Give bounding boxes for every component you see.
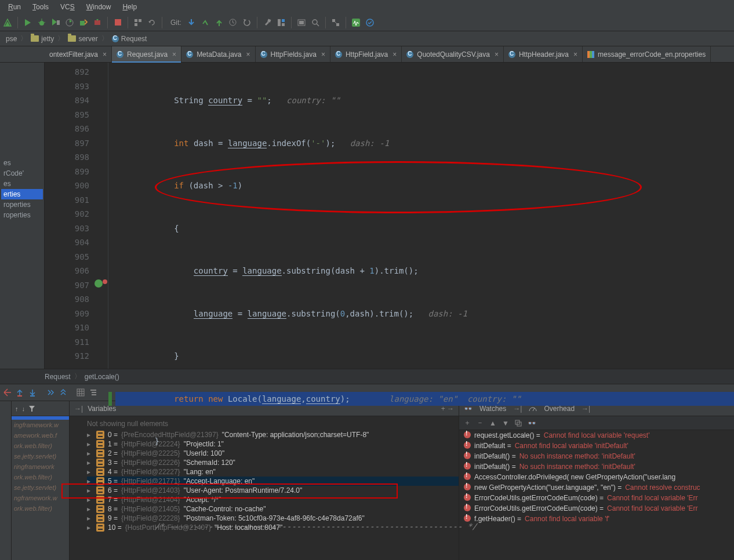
hotswap-icon[interactable] [92, 17, 103, 28]
frames-panel[interactable]: ↑ ↓ ingframework.w amework.web.f ork.web… [12, 401, 70, 560]
tab[interactable]: HttpField.java× [330, 46, 402, 62]
crumb-item[interactable]: server [66, 35, 100, 43]
step-over-icon[interactable] [16, 388, 24, 397]
tool-strip[interactable] [0, 401, 12, 560]
git-push-icon[interactable] [214, 17, 224, 28]
frame-item[interactable]: ork.web.filter) [12, 441, 69, 451]
debug-icon[interactable] [37, 17, 47, 28]
pulse-icon[interactable] [351, 17, 361, 28]
var-row[interactable]: ▸8 = {HttpField@21405} "Cache-Control: n… [87, 504, 459, 514]
var-row[interactable]: ▸7 = {HttpField@21404} "Accept: */*" [87, 495, 459, 504]
sdk-icon[interactable] [296, 17, 307, 28]
git-revert-icon[interactable] [242, 17, 252, 28]
crumb-item[interactable]: Request [110, 35, 150, 43]
coverage-icon[interactable] [50, 17, 61, 28]
frame-item[interactable]: ngframework.w [12, 493, 69, 503]
close-icon[interactable]: × [320, 50, 325, 59]
var-row[interactable]: ▸1 = {HttpField@22224} "ProjectId: 1" [87, 439, 459, 449]
check-icon[interactable] [365, 17, 375, 28]
sidebar-item[interactable]: es [1, 158, 43, 168]
var-row[interactable]: ▸6 = {HttpField@21403} "User-Agent: Post… [87, 486, 459, 495]
code-editor[interactable]: 892 893 894 895 896 897 898 899 900 901 … [45, 63, 734, 369]
override-gutter-icon[interactable] [103, 279, 107, 284]
menu-help[interactable]: Help [117, 3, 143, 11]
crumb-item[interactable]: jetty [28, 35, 56, 43]
close-icon[interactable]: × [493, 50, 499, 59]
vars-message: Not showing null elements [87, 419, 459, 430]
menu-tools[interactable]: Tools [27, 3, 54, 11]
next-frame-icon[interactable]: ↓ [22, 405, 26, 412]
menu-vcs[interactable]: VCS [54, 3, 81, 11]
close-icon[interactable]: × [391, 50, 397, 59]
error-icon [464, 515, 471, 522]
prev-frame-icon[interactable]: ↑ [15, 405, 19, 412]
sidebar-item[interactable]: roperties [1, 199, 43, 210]
tab[interactable]: MetaData.java× [181, 46, 255, 62]
sidebar-item[interactable]: roperties [1, 210, 43, 220]
error-icon [464, 504, 471, 511]
var-row[interactable]: ▸2 = {HttpField@22225} "UserId: 100" [87, 449, 459, 458]
project-sidebar[interactable]: es rCode' es erties roperties roperties [0, 63, 45, 369]
sidebar-item[interactable]: rCode' [1, 168, 43, 179]
var-row[interactable]: ▸3 = {HttpField@22226} "SchemaId: 120" [87, 458, 459, 467]
var-row[interactable]: ▸4 = {HttpField@22227} "Lang: en" [87, 467, 459, 477]
attach-icon[interactable] [78, 17, 89, 28]
settings-icon[interactable] [262, 17, 272, 28]
crumb-item[interactable]: Request [45, 373, 71, 381]
svg-rect-28 [77, 389, 84, 396]
tab[interactable]: ontextFilter.java× [45, 46, 112, 62]
frame-item[interactable]: ork.web.filter) [12, 472, 69, 482]
ant-icon[interactable] [330, 17, 341, 28]
close-icon[interactable]: × [101, 50, 107, 59]
frame-item[interactable]: ringframework [12, 461, 69, 472]
build-icon[interactable] [2, 17, 13, 28]
frame-item[interactable]: amework.web.f [12, 430, 69, 441]
crumb-item[interactable]: pse [3, 35, 19, 43]
close-icon[interactable]: × [245, 50, 250, 59]
git-pull-icon[interactable] [186, 17, 197, 28]
frame-item[interactable]: se.jetty.servlet) [12, 482, 69, 493]
frame-item[interactable]: ork.web.filter) [12, 503, 69, 514]
run-icon[interactable] [23, 17, 33, 28]
rerun-icon[interactable] [147, 17, 157, 28]
step-into-icon[interactable] [29, 388, 37, 397]
tab[interactable]: HttpHeader.java× [504, 46, 583, 62]
var-row[interactable]: ▸5 = {HttpField@21771} "Accept-Language:… [87, 477, 459, 486]
project-structure-icon[interactable] [276, 17, 286, 28]
frame-item[interactable]: ingframework.w [12, 420, 69, 430]
svg-rect-18 [299, 21, 304, 24]
force-step-icon[interactable] [46, 388, 54, 397]
profile-icon[interactable] [64, 17, 75, 28]
git-history-icon[interactable] [228, 17, 238, 28]
eval-tree-icon[interactable] [89, 388, 97, 397]
tab[interactable]: Request.java× [112, 46, 181, 62]
menu-bar: RRunun Tools VCS Window Help [0, 0, 734, 14]
code-area[interactable]: String country = ""; country: "" int das… [108, 63, 734, 369]
svg-rect-6 [80, 21, 85, 26]
git-commit-icon[interactable] [200, 17, 210, 28]
close-icon[interactable]: × [572, 50, 577, 59]
override-gutter-icon[interactable] [95, 279, 103, 288]
step-out-icon[interactable] [59, 388, 67, 397]
sidebar-item[interactable]: erties [1, 189, 43, 199]
menu-window[interactable]: Window [81, 3, 117, 11]
show-exec-icon[interactable] [3, 388, 12, 397]
frame-item[interactable]: se.jetty.servlet) [12, 451, 69, 461]
var-row[interactable]: ▸10 = {HostPortHttpField@21407} "Host: l… [87, 523, 459, 532]
tab[interactable]: message_errorCode_en.properties [583, 46, 711, 62]
field-icon [96, 505, 104, 513]
menu-run[interactable]: RRunun [2, 3, 27, 11]
sidebar-item[interactable]: es [1, 179, 43, 189]
search-icon[interactable] [310, 17, 321, 28]
crumb-item[interactable]: getLocale() [85, 373, 119, 381]
tab[interactable]: QuotedQualityCSV.java× [402, 46, 504, 62]
eval-grid-icon[interactable] [77, 388, 85, 397]
var-row[interactable]: ▸0 = {PreEncodedHttpField@21397} "Conten… [87, 430, 459, 439]
var-row[interactable]: ▸9 = {HttpField@22228} "Postman-Token: 5… [87, 514, 459, 523]
filter-frame-icon[interactable] [28, 405, 35, 412]
tab[interactable]: HttpFields.java× [256, 46, 330, 62]
close-icon[interactable]: × [171, 50, 176, 59]
layout-icon[interactable] [133, 17, 143, 28]
class-icon [112, 35, 119, 42]
stop-icon[interactable] [112, 17, 123, 28]
